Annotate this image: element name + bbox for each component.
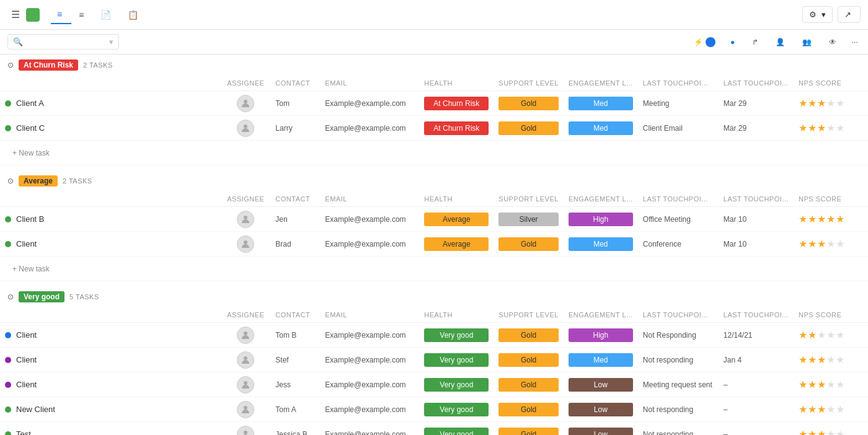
- col-header-nps: NPS SCORE: [794, 307, 868, 323]
- star-2: ★: [817, 428, 826, 435]
- task-assignee-cell[interactable]: [221, 397, 270, 422]
- section-toggle-average[interactable]: ⊙: [7, 177, 14, 185]
- star-0: ★: [799, 428, 807, 435]
- task-assignee-cell[interactable]: [221, 372, 270, 397]
- task-health-cell: Very good: [419, 397, 494, 422]
- task-name-cell[interactable]: Client A: [0, 91, 221, 116]
- task-name-cell[interactable]: Client: [0, 232, 221, 257]
- task-name-cell[interactable]: Client: [0, 372, 221, 397]
- task-assignee-cell[interactable]: [221, 116, 270, 141]
- me-button[interactable]: 👤: [771, 35, 792, 49]
- contact-text: Brad: [275, 240, 291, 248]
- task-name-cell[interactable]: Test: [0, 422, 221, 436]
- touchpoint1-text: Not responding: [643, 430, 693, 435]
- task-email-cell: Example@example.com: [320, 116, 419, 141]
- table-row[interactable]: New Client Tom A Example@example.com Ver…: [0, 397, 868, 422]
- main-content: ⊙ At Churn Risk 2 TASKS ASSIGNEE CONTACT…: [0, 55, 868, 435]
- section-toggle-churn[interactable]: ⊙: [7, 61, 14, 69]
- star-3: ★: [826, 379, 835, 390]
- health-badge: Average: [424, 213, 489, 226]
- tab-playbook[interactable]: 📄: [94, 6, 120, 24]
- search-input[interactable]: 🔍 ▾: [7, 34, 119, 50]
- table-row[interactable]: Client Tom B Example@example.com Very go…: [0, 323, 868, 348]
- section-toggle-verygood[interactable]: ⊙: [7, 292, 14, 301]
- share-button[interactable]: ↗: [838, 6, 861, 23]
- tab-renewal[interactable]: ≡: [73, 6, 93, 24]
- task-dot: [5, 100, 11, 107]
- automate-button[interactable]: ⚙ ▾: [802, 6, 833, 23]
- new-task-button[interactable]: + New task: [5, 145, 863, 161]
- star-0: ★: [799, 122, 807, 134]
- table-row[interactable]: Client A Tom Example@example.com At Chur…: [0, 91, 868, 116]
- col-header-email: EMAIL: [320, 307, 419, 323]
- add-view-button[interactable]: [149, 11, 161, 19]
- task-touchpoint1-cell: Client Email: [638, 116, 719, 141]
- new-task-button[interactable]: + New task: [5, 261, 863, 277]
- task-assignee-cell[interactable]: [221, 348, 270, 372]
- task-assignee-cell[interactable]: [221, 207, 270, 232]
- task-dot: [5, 406, 11, 413]
- health-badge: Average: [424, 237, 489, 251]
- task-name-cell[interactable]: Client: [0, 323, 221, 348]
- task-nps-cell: ★★★★★: [794, 348, 868, 372]
- task-name-cell[interactable]: New Client: [0, 397, 221, 422]
- task-nps-cell: ★★★★★: [794, 232, 868, 257]
- task-touchpoint2-cell: –: [719, 422, 794, 436]
- svg-point-8: [244, 431, 247, 434]
- more-button[interactable]: ···: [849, 35, 861, 49]
- col-header-engagement: ENGAGEMENT L...: [564, 191, 638, 207]
- touchpoint1-text: Not Responding: [643, 331, 696, 340]
- nps-stars: ★★★★★: [799, 403, 863, 415]
- section-count-churn: 2 TASKS: [83, 61, 113, 69]
- group-by-button[interactable]: ●: [725, 35, 742, 49]
- task-name-cell[interactable]: Client C: [0, 116, 221, 141]
- svg-point-7: [244, 406, 247, 410]
- task-assignee-cell[interactable]: [221, 422, 270, 436]
- star-3: ★: [826, 97, 835, 109]
- task-dot: [5, 382, 11, 388]
- task-engagement-cell: Med: [564, 348, 638, 372]
- task-email-cell: Example@example.com: [320, 207, 419, 232]
- task-assignee-cell[interactable]: [221, 232, 270, 257]
- task-engagement-cell: Low: [564, 397, 638, 422]
- star-0: ★: [799, 354, 807, 366]
- task-assignee-cell[interactable]: [221, 323, 270, 348]
- new-task-row[interactable]: + New task: [0, 141, 868, 165]
- task-name-cell[interactable]: Client: [0, 348, 221, 372]
- svg-point-1: [244, 125, 247, 128]
- task-assignee-cell[interactable]: [221, 91, 270, 116]
- tab-feedback[interactable]: 📋: [122, 6, 148, 24]
- hamburger-icon[interactable]: ☰: [7, 5, 24, 24]
- task-health-cell: Average: [419, 232, 494, 257]
- avatar: [237, 211, 254, 228]
- table-row[interactable]: Client Jess Example@example.com Very goo…: [0, 372, 868, 397]
- task-name-cell[interactable]: Client B: [0, 207, 221, 232]
- table-row[interactable]: Client Stef Example@example.com Very goo…: [0, 348, 868, 372]
- person-icon: 👤: [776, 38, 785, 46]
- star-2: ★: [817, 379, 826, 390]
- task-support-cell: Gold: [494, 348, 564, 372]
- table-row[interactable]: Client B Jen Example@example.com Average…: [0, 207, 868, 232]
- assignees-button[interactable]: 👥: [797, 35, 819, 49]
- show-button[interactable]: 👁: [824, 35, 844, 49]
- subtasks-button[interactable]: ↱: [747, 35, 766, 49]
- table-wrap-average: ASSIGNEE CONTACT EMAIL HEALTH SUPPORT LE…: [0, 191, 868, 281]
- tab-engagement[interactable]: ≡: [51, 6, 71, 24]
- task-touchpoint1-cell: Not responding: [638, 422, 719, 436]
- touchpoint1-text: Meeting: [643, 99, 670, 108]
- task-contact-cell: Stef: [270, 348, 320, 372]
- group-icon: ●: [730, 38, 735, 46]
- star-3: ★: [826, 354, 835, 366]
- filter-button[interactable]: ⚡: [689, 35, 720, 50]
- task-email-cell: Example@example.com: [320, 372, 419, 397]
- svg-point-4: [244, 332, 247, 335]
- table-row[interactable]: Client C Larry Example@example.com At Ch…: [0, 116, 868, 141]
- col-header-name: [0, 191, 221, 207]
- table-row[interactable]: Test Jessica B Example@example.com Very …: [0, 422, 868, 436]
- task-support-cell: Gold: [494, 323, 564, 348]
- col-header-nps: NPS SCORE: [794, 191, 868, 207]
- table-row[interactable]: Client Brad Example@example.com Average …: [0, 232, 868, 257]
- touchpoint1-text: Not responding: [643, 356, 693, 364]
- new-task-row[interactable]: + New task: [0, 257, 868, 281]
- touchpoint2-text: Mar 10: [724, 240, 746, 248]
